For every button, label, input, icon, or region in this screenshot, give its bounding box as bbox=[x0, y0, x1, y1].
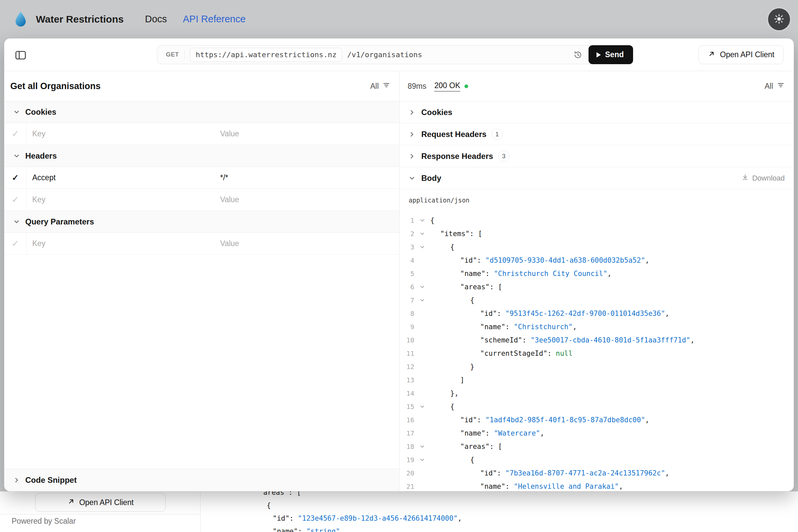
response-section-request-headers[interactable]: Request Headers 1 bbox=[400, 124, 794, 145]
method-badge[interactable]: GET bbox=[157, 51, 184, 58]
key-input[interactable] bbox=[26, 123, 213, 145]
operation-title: Get all Organisations bbox=[10, 81, 101, 92]
line-number: 21 bbox=[400, 482, 414, 491]
line-number: 5 bbox=[400, 270, 414, 278]
chevron-down-icon bbox=[13, 218, 20, 225]
chevron-right-icon bbox=[408, 109, 416, 116]
line-number: 11 bbox=[400, 349, 414, 358]
response-section-body[interactable]: Body Download bbox=[400, 167, 794, 189]
code-line: 7{ bbox=[400, 293, 794, 307]
response-section-response-headers[interactable]: Response Headers 3 bbox=[400, 145, 794, 167]
code-line: 10"schemeId": "3ee50017-cbda-4610-801d-5… bbox=[400, 334, 794, 347]
line-number: 17 bbox=[400, 429, 414, 437]
key-input[interactable] bbox=[26, 167, 213, 189]
line-number: 9 bbox=[400, 323, 414, 331]
code-line: 20"id": "7b3ea16d-8707-4771-ac2a-24c1351… bbox=[400, 467, 794, 480]
history-icon[interactable] bbox=[573, 50, 583, 59]
chevron-down-icon bbox=[408, 174, 416, 182]
address-bar[interactable]: GET https://api.waterrestrictions.nz /v1… bbox=[157, 45, 633, 64]
top-nav: Water Restrictions Docs API Reference bbox=[0, 0, 798, 38]
code-line: 19{ bbox=[400, 453, 794, 467]
response-body-json: 1{2"items": [3{4"id": "d5109705-9330-4dd… bbox=[400, 211, 794, 491]
cookie-row: ✓ bbox=[4, 123, 399, 145]
fold-chevron-icon[interactable] bbox=[414, 404, 430, 410]
count-badge: 1 bbox=[491, 129, 503, 140]
line-number: 8 bbox=[400, 309, 414, 318]
response-section-cookies[interactable]: Cookies bbox=[400, 101, 794, 124]
download-button[interactable]: Download bbox=[741, 174, 785, 183]
line-number: 6 bbox=[400, 283, 414, 291]
code-line: 12} bbox=[400, 360, 794, 374]
response-duration: 89ms bbox=[407, 82, 426, 91]
code-line: 14}, bbox=[400, 387, 794, 400]
row-enabled-checkbox[interactable]: ✓ bbox=[4, 233, 26, 254]
send-button[interactable]: Send bbox=[589, 45, 633, 64]
nav-link-docs[interactable]: Docs bbox=[145, 14, 167, 25]
code-line: 2"items": [ bbox=[400, 227, 794, 241]
sidebar-footer-divider bbox=[0, 514, 200, 514]
line-number: 7 bbox=[400, 296, 414, 304]
fold-chevron-icon[interactable] bbox=[414, 443, 430, 450]
key-input[interactable] bbox=[26, 189, 213, 210]
fold-chevron-icon[interactable] bbox=[414, 231, 430, 237]
filter-icon bbox=[777, 81, 785, 91]
value-input[interactable] bbox=[213, 233, 399, 254]
header-row-empty: ✓ bbox=[4, 189, 399, 211]
request-filter-button[interactable]: All bbox=[370, 81, 391, 91]
code-line: 9"name": "Christchurch", bbox=[400, 320, 794, 334]
value-input[interactable] bbox=[213, 123, 399, 145]
content-type-label: application/json bbox=[400, 189, 794, 211]
code-line: 8"id": "9513f45c-1262-42df-9700-011014d3… bbox=[400, 307, 794, 320]
code-line: 6"areas": [ bbox=[400, 280, 794, 293]
line-number: 2 bbox=[400, 230, 414, 238]
download-icon bbox=[741, 174, 749, 183]
base-url-field[interactable]: https://api.waterrestrictions.nz bbox=[190, 48, 342, 62]
value-input[interactable] bbox=[213, 167, 399, 189]
request-toolbar: GET https://api.waterrestrictions.nz /v1… bbox=[4, 39, 794, 71]
section-header-cookies[interactable]: Cookies bbox=[4, 101, 399, 123]
code-line: 21"name": "Helensville and Parakai", bbox=[400, 480, 794, 491]
section-header-code-snippet[interactable]: Code Snippet bbox=[4, 469, 399, 491]
sidebar-toggle-button[interactable] bbox=[14, 49, 27, 61]
code-line: 16"id": "1adf4bd2-985f-40f1-8c95-87a7dbe… bbox=[400, 413, 794, 426]
open-api-client-button-sidebar[interactable]: Open API Client bbox=[35, 493, 166, 512]
nav-link-api-reference[interactable]: API Reference bbox=[183, 14, 246, 25]
request-panel: Get all Organisations All Cookies bbox=[4, 71, 400, 491]
row-enabled-checkbox[interactable]: ✓ bbox=[4, 167, 26, 189]
powered-by-scalar: Powered by Scalar bbox=[12, 517, 76, 526]
open-api-client-button[interactable]: Open API Client bbox=[699, 45, 783, 64]
section-header-query-parameters[interactable]: Query Parameters bbox=[4, 211, 399, 233]
key-input[interactable] bbox=[26, 233, 213, 254]
fold-chevron-icon[interactable] bbox=[414, 217, 430, 224]
code-line: 3{ bbox=[400, 241, 794, 254]
line-number: 10 bbox=[400, 336, 414, 344]
code-line: 11"currentStageId": null bbox=[400, 347, 794, 360]
path-field[interactable]: /v1/organisations bbox=[347, 51, 422, 59]
external-link-icon bbox=[707, 50, 716, 60]
row-enabled-checkbox[interactable]: ✓ bbox=[4, 123, 26, 145]
line-number: 18 bbox=[400, 442, 414, 451]
fold-chevron-icon[interactable] bbox=[414, 457, 430, 463]
line-number: 14 bbox=[400, 390, 414, 397]
sidebar-divider bbox=[200, 491, 201, 532]
response-filter-button[interactable]: All bbox=[764, 81, 785, 91]
fold-chevron-icon[interactable] bbox=[414, 284, 430, 290]
external-link-icon bbox=[67, 497, 75, 507]
fold-chevron-icon[interactable] bbox=[414, 297, 430, 303]
value-input[interactable] bbox=[213, 189, 399, 210]
line-number: 1 bbox=[400, 216, 414, 225]
row-enabled-checkbox[interactable]: ✓ bbox=[4, 189, 26, 210]
line-number: 19 bbox=[400, 456, 414, 464]
filter-icon bbox=[382, 81, 391, 91]
code-line: 18"areas": [ bbox=[400, 440, 794, 453]
section-header-headers[interactable]: Headers bbox=[4, 145, 399, 167]
chevron-right-icon bbox=[408, 131, 416, 138]
fold-chevron-icon[interactable] bbox=[414, 244, 430, 250]
brand-title[interactable]: Water Restrictions bbox=[36, 14, 124, 25]
theme-toggle-button[interactable] bbox=[768, 8, 790, 30]
sun-icon bbox=[774, 14, 784, 25]
line-number: 12 bbox=[400, 363, 414, 371]
code-line: 5"name": "Christchurch City Council", bbox=[400, 267, 794, 280]
chevron-down-icon bbox=[13, 152, 20, 159]
docs-page-behind-modal: Open API Client Powered by Scalar "areas… bbox=[0, 491, 798, 532]
